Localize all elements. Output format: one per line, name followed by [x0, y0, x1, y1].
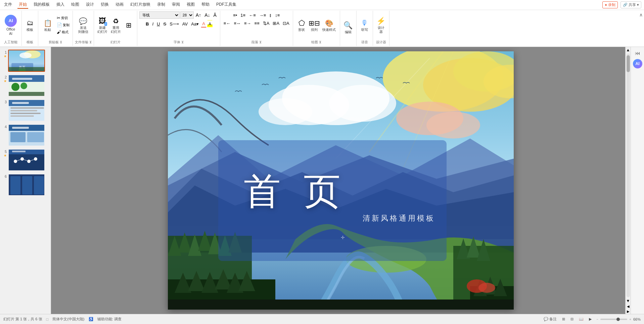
share-button[interactable]: 🔗 共享 ▾ — [620, 1, 641, 8]
group-clipboard-label: 剪贴板 ⊻ — [49, 39, 62, 45]
menu-design[interactable]: 设计 — [85, 1, 95, 9]
scroll-thumb[interactable] — [627, 55, 630, 72]
designer-button[interactable]: ⚡ 设计器 — [375, 16, 387, 35]
vertical-scrollbar[interactable]: ▲ ▼ ◀ ▶ — [625, 47, 631, 314]
slideshow-button[interactable]: ▶ — [588, 316, 593, 322]
quick-style-button[interactable]: 🎨 快速样式 — [321, 18, 337, 33]
line-spacing-button[interactable]: ↕≡ — [274, 11, 281, 19]
slide-item-1[interactable]: 1 ★ 首页 — [1, 50, 49, 72]
menu-insert[interactable]: 插入 — [55, 1, 66, 9]
svg-rect-81 — [168, 300, 514, 310]
menu-draw[interactable]: 绘图 — [70, 1, 81, 9]
align-left-button[interactable]: ≡← — [222, 19, 232, 27]
new-slide-button[interactable]: 🖼+ 新建幻灯片 — [96, 16, 109, 35]
reuse-slide-button[interactable]: ♻ 重用幻灯片 — [109, 16, 122, 35]
ribbon-collapse[interactable]: ∧ — [638, 11, 644, 46]
menu-home[interactable]: 开始 — [17, 1, 28, 9]
slide-item-4[interactable]: 4 — [1, 124, 49, 146]
highlight-button[interactable]: A — [207, 20, 213, 28]
zoom-out-button[interactable]: － — [596, 317, 599, 322]
text-direction-button[interactable]: ⇅A — [262, 19, 271, 27]
columns-button[interactable]: ⫿ — [268, 11, 273, 19]
menu-animation[interactable]: 动画 — [114, 1, 125, 9]
zoom-in-button[interactable]: ＋ — [629, 317, 632, 322]
prev-slide-arrow[interactable]: ◀ — [626, 304, 630, 309]
font-family-select[interactable]: 等线 — [139, 11, 180, 19]
smartart-button[interactable]: ⊡A — [281, 19, 291, 27]
increase-indent-button[interactable]: →≡ — [258, 11, 268, 19]
increase-font-button[interactable]: A↑ — [194, 11, 202, 19]
slide-number-4: 4 — [1, 124, 7, 129]
slide-star-1: ★ — [4, 54, 7, 58]
decrease-font-button[interactable]: A↓ — [203, 11, 211, 19]
record-button[interactable]: ● 录制 — [602, 1, 618, 8]
char-spacing-button[interactable]: AV — [181, 20, 189, 28]
justify-button[interactable]: ≡≡ — [253, 19, 261, 27]
edit-button[interactable]: 🔍 编辑 — [342, 20, 354, 35]
next-slide-arrow[interactable]: ▶ — [626, 309, 630, 314]
template-button[interactable]: 🗂 模板 — [24, 18, 36, 33]
slide-layout-button[interactable]: ⊞ — [123, 20, 135, 31]
scroll-track[interactable] — [627, 54, 630, 297]
slide-item-6[interactable]: 6 — [1, 174, 49, 196]
format-painter-button[interactable]: 🖌 格式 — [56, 29, 71, 35]
slide-item-5[interactable]: 5 ★ — [1, 149, 49, 171]
slide-num-col3: 3 — [1, 99, 7, 104]
normal-view-button[interactable]: ⊞ — [561, 316, 566, 322]
align-right-button[interactable]: ≡→ — [243, 19, 252, 27]
ai-label2: AI — [9, 32, 12, 36]
slide-thumb-3[interactable] — [8, 99, 45, 121]
text-shadow-button[interactable]: S⟶ — [168, 20, 180, 28]
change-case-button[interactable]: Aa▾ — [190, 20, 200, 28]
group-voice: 🎙 听写 语音 — [357, 11, 373, 46]
slide-item-2[interactable]: 2 ★ — [1, 74, 49, 97]
menu-mytemplate[interactable]: 我的模板 — [32, 1, 51, 9]
font-color-button[interactable]: A — [201, 20, 206, 28]
arrange-label: 排列 — [311, 28, 318, 32]
clear-format-button[interactable]: Ā — [212, 11, 218, 19]
menu-pdf[interactable]: PDF工具集 — [215, 1, 238, 9]
bold-button[interactable]: B — [144, 20, 150, 28]
dictate-button[interactable]: 🎙 听写 — [359, 18, 371, 33]
slide-item-3[interactable]: 3 — [1, 99, 49, 121]
main-workspace: 1 ★ 首页 — [0, 47, 644, 314]
slide-thumb-5[interactable] — [8, 149, 45, 171]
reading-view-button[interactable]: 📖 — [578, 316, 585, 322]
zoom-slider[interactable] — [600, 319, 627, 320]
menu-help[interactable]: 帮助 — [200, 1, 211, 9]
skip-start-button[interactable]: ⏮ — [635, 50, 640, 56]
paste-button[interactable]: 📋 粘贴 — [40, 18, 55, 33]
menu-record[interactable]: 录制 — [156, 1, 167, 9]
arrange-button[interactable]: ⊞⊟ 排列 — [308, 18, 320, 33]
ai-side-button[interactable]: AI — [633, 59, 642, 68]
zoom-slider-thumb[interactable] — [616, 318, 620, 321]
font-size-select[interactable]: 28 — [180, 11, 194, 19]
notes-button[interactable]: 💬 备注 — [542, 316, 558, 322]
strikethrough-button[interactable]: S — [162, 20, 168, 28]
shape-button[interactable]: ⬠ 形状 — [295, 18, 308, 33]
underline-button[interactable]: U — [155, 20, 161, 28]
menu-file[interactable]: 文件 — [3, 1, 13, 9]
slide-thumb-1[interactable]: 首页 — [8, 50, 45, 72]
align-center-button[interactable]: ≡↔ — [232, 19, 242, 27]
scroll-up-arrow[interactable]: ▲ — [626, 47, 631, 53]
italic-button[interactable]: I — [151, 20, 155, 28]
cut-button[interactable]: ✂ 剪切 — [56, 15, 71, 21]
slide-thumb-6[interactable] — [8, 174, 45, 196]
numbering-button[interactable]: 1≡ — [239, 11, 247, 19]
menu-view[interactable]: 视图 — [185, 1, 196, 9]
menu-review[interactable]: 审阅 — [171, 1, 181, 9]
office-ai-button[interactable]: AI Office AI — [2, 13, 19, 37]
slide-thumb-2[interactable] — [8, 74, 45, 97]
menu-transition[interactable]: 切换 — [99, 1, 110, 9]
group-drawing-label: 绘图 ⊻ — [311, 39, 321, 45]
slide-sorter-button[interactable]: ⊟ — [569, 316, 575, 322]
scroll-down-arrow[interactable]: ▼ — [626, 298, 631, 304]
decrease-indent-button[interactable]: ←≡ — [247, 11, 257, 19]
copy-button[interactable]: 📄 复制 — [56, 22, 71, 28]
menu-slideshow[interactable]: 幻灯片放映 — [129, 1, 152, 9]
bullets-button[interactable]: ≡• — [232, 11, 238, 19]
text-align-button[interactable]: ⊞A — [271, 19, 281, 27]
slide-thumb-4[interactable] — [8, 124, 45, 146]
send-wechat-button[interactable]: 💬 发送到微信 — [77, 16, 90, 35]
